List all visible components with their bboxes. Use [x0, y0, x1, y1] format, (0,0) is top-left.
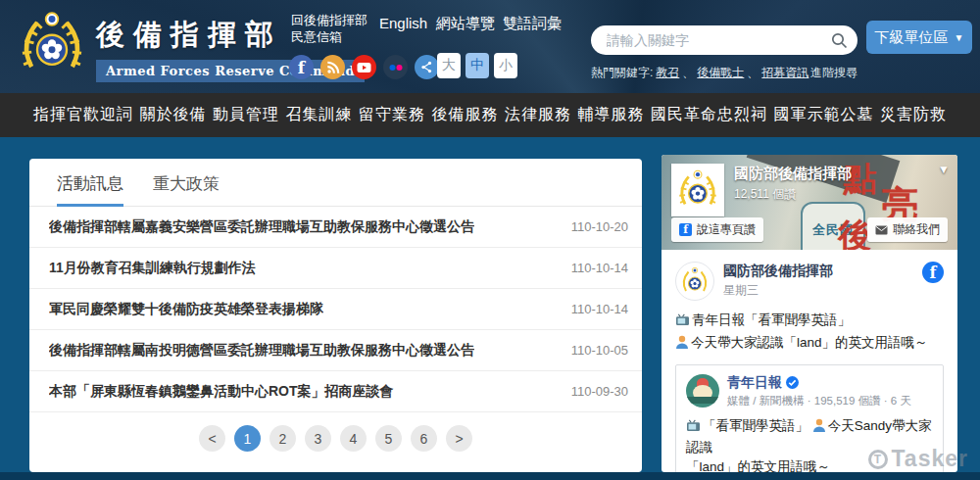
news-date: 110-10-20: [571, 219, 628, 234]
facebook-page-name-link[interactable]: 國防部後備指揮部: [734, 165, 852, 183]
reserve-command-emblem-icon: [16, 8, 88, 80]
nav-item-mobilization[interactable]: 動員管理: [213, 105, 279, 125]
tab-activity-news[interactable]: 活動訊息: [57, 172, 123, 207]
nav-item-martyrs-shrine[interactable]: 國民革命忠烈祠: [651, 105, 767, 125]
caret-down-icon: ▼: [955, 32, 964, 43]
news-date: 110-10-05: [571, 343, 628, 358]
facebook-f-icon: f: [679, 223, 692, 236]
youtube-icon[interactable]: [352, 55, 376, 79]
news-date: 110-10-14: [571, 261, 628, 275]
news-title-link[interactable]: 後備指揮部轄屬南投明德營區委託辦理職場互助教保服務中心徵選公告: [49, 342, 474, 360]
news-tabs: 活動訊息 重大政策: [29, 159, 642, 207]
search-input[interactable]: [607, 32, 831, 48]
pagination-page-4[interactable]: 4: [340, 425, 367, 452]
reserve-command-emblem-icon: [675, 168, 720, 213]
tab-major-policies[interactable]: 重大政策: [153, 172, 220, 206]
font-size-medium-button[interactable]: 中: [466, 53, 489, 78]
facebook-likes-count: 12,511 個讚: [734, 186, 796, 203]
post-author-avatar[interactable]: [675, 262, 714, 301]
reserve-command-emblem-icon: [679, 265, 710, 297]
like-page-button[interactable]: f 說這專頁讚: [671, 217, 763, 242]
pagination: < 1 2 3 4 5 6 >: [29, 425, 642, 452]
font-size-small-button[interactable]: 小: [494, 53, 517, 78]
facebook-icon[interactable]: f: [289, 55, 314, 79]
hot-keyword-link-1[interactable]: 教召: [656, 65, 679, 81]
nav-item-commander-welcome[interactable]: 指揮官歡迎詞: [33, 105, 133, 125]
pagination-page-6[interactable]: 6: [411, 425, 437, 452]
pagination-page-5[interactable]: 5: [375, 425, 402, 452]
hot-keywords-label: 熱門關鍵字:: [591, 65, 653, 81]
person-icon: [812, 418, 826, 438]
nav-item-garrison-affairs[interactable]: 留守業務: [359, 105, 425, 125]
news-row: 11月份教育召集訓練執行規劃作法 110-10-14: [29, 248, 642, 289]
pagination-page-3[interactable]: 3: [305, 425, 331, 452]
pagination-next-button[interactable]: >: [446, 425, 472, 452]
youth-daily-avatar[interactable]: [686, 374, 719, 408]
pagination-page-2[interactable]: 2: [270, 425, 296, 452]
cover-calligraphy: 後: [838, 214, 871, 250]
facebook-cover-photo[interactable]: 全民國 點 亮 後 國防部後備指揮部: [662, 155, 957, 250]
news-title-link[interactable]: 本部「屏東縣恆春鎮鵝鑾鼻活動中心ROT案」招商座談會: [49, 383, 394, 401]
rss-icon[interactable]: [320, 55, 345, 79]
news-row: 軍民同慶榮耀雙十後備防疫英雄榮登表揚梯隊 110-10-14: [29, 289, 642, 330]
facebook-page-widget: 全民國 點 亮 後 國防部後備指揮部: [662, 155, 957, 472]
hot-keyword-link-2[interactable]: 後備戰士: [697, 65, 744, 81]
post-author-link[interactable]: 國防部後備指揮部: [723, 263, 833, 278]
tv-icon: [686, 418, 701, 438]
tasker-logo-icon: T: [868, 450, 888, 469]
nav-item-about[interactable]: 關於後備: [140, 105, 207, 125]
nav-item-counseling-services[interactable]: 輔導服務: [578, 105, 645, 125]
news-title-link[interactable]: 後備指揮部轄屬嘉義安樂營區委託辦理職場互助教保服務中心徵選公告: [49, 218, 474, 236]
facebook-logo-icon[interactable]: f: [922, 262, 944, 283]
news-row: 本部「屏東縣恆春鎮鵝鑾鼻活動中心ROT案」招商座談會 110-09-30: [29, 371, 642, 412]
mailbox-link[interactable]: 回後備指揮部民意信箱: [291, 13, 373, 46]
news-row: 後備指揮部轄屬南投明德營區委託辦理職場互助教保服務中心徵選公告 110-10-0…: [29, 330, 642, 371]
content-area: 活動訊息 重大政策 後備指揮部轄屬嘉義安樂營區委託辦理職場互助教保服務中心徵選公…: [0, 137, 980, 472]
nav-item-legal-services[interactable]: 法律服務: [505, 105, 571, 125]
news-row: 後備指揮部轄屬嘉義安樂營區委託辦理職場互助教保服務中心徵選公告 110-10-2…: [29, 207, 642, 248]
sitemap-link[interactable]: 網站導覽: [436, 15, 495, 33]
nav-item-muster-training[interactable]: 召集訓練: [286, 105, 353, 125]
nav-item-military-cemetery[interactable]: 國軍示範公墓: [774, 105, 874, 125]
share-icon[interactable]: [415, 55, 439, 79]
tv-icon: [675, 312, 690, 333]
nav-item-reserve-services[interactable]: 後備服務: [432, 105, 499, 125]
site-header: 後備指揮部 Armed Forces Reserve Command 回後備指揮…: [0, 0, 980, 93]
subordinate-units-button[interactable]: 下級單位區 ▼: [866, 21, 972, 54]
post-timestamp: 星期三: [723, 282, 922, 299]
pagination-page-1[interactable]: 1: [234, 425, 261, 452]
facebook-post: 國防部後備指揮部 星期三 f 青年日報「看軍聞學英語」 今天帶大家認識「land…: [662, 250, 957, 472]
footer-strip: [0, 472, 980, 480]
search-submit-button[interactable]: [831, 32, 848, 49]
news-card: 活動訊息 重大政策 後備指揮部轄屬嘉義安樂營區委託辦理職場互助教保服務中心徵選公…: [29, 159, 642, 472]
english-link[interactable]: English: [379, 15, 427, 31]
main-navigation: 指揮官歡迎詞 關於後備 動員管理 召集訓練 留守業務 後備服務 法律服務 輔導服…: [0, 93, 980, 137]
advanced-search-link[interactable]: 進階搜尋: [810, 65, 858, 81]
magnifier-icon: [831, 32, 848, 49]
social-links: f: [289, 55, 439, 79]
news-date: 110-09-30: [571, 384, 628, 399]
contact-us-button[interactable]: 聯絡我們: [867, 217, 948, 242]
pagination-prev-button[interactable]: <: [199, 425, 225, 452]
news-title-link[interactable]: 11月份教育召集訓練執行規劃作法: [49, 260, 256, 277]
hot-keyword-link-3[interactable]: 招募資訊: [761, 65, 808, 81]
hot-keywords-row: 熱門關鍵字: 教召 、 後備戰士 、 招募資訊 進階搜尋: [591, 65, 858, 81]
font-size-large-button[interactable]: 大: [437, 53, 461, 78]
page: 後備指揮部 Armed Forces Reserve Command 回後備指揮…: [0, 0, 980, 480]
youth-daily-link[interactable]: 青年日報: [727, 374, 782, 392]
person-icon: [675, 335, 689, 356]
envelope-icon: [875, 225, 888, 235]
font-size-switcher: 大 中 小: [437, 53, 517, 78]
shared-page-meta: 媒體 / 新聞機構 · 195,519 個讚 · 6 天: [727, 394, 911, 408]
news-date: 110-10-14: [571, 302, 628, 316]
verified-badge-icon: [786, 376, 799, 389]
news-title-link[interactable]: 軍民同慶榮耀雙十後備防疫英雄榮登表揚梯隊: [49, 301, 323, 318]
search-box: [591, 25, 858, 55]
facebook-page-avatar[interactable]: [671, 164, 724, 216]
tasker-watermark: T Tasker: [868, 446, 968, 472]
nav-item-disaster-relief[interactable]: 災害防救: [880, 105, 947, 125]
chevron-down-icon[interactable]: ▼: [938, 163, 950, 176]
post-text: 青年日報「看軍聞學英語」 今天帶大家認識「land」的英文用語哦～: [675, 311, 944, 356]
flickr-icon[interactable]: [383, 55, 408, 79]
bilingual-link[interactable]: 雙語詞彙: [503, 15, 562, 33]
